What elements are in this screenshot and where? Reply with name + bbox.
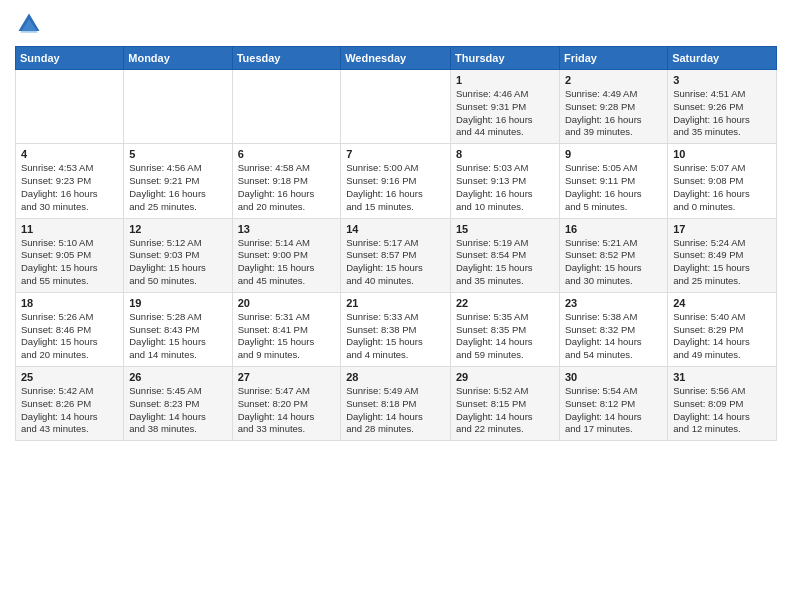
day-number: 25	[21, 371, 118, 383]
calendar-cell: 16Sunrise: 5:21 AM Sunset: 8:52 PM Dayli…	[559, 218, 667, 292]
day-number: 8	[456, 148, 554, 160]
calendar-cell: 17Sunrise: 5:24 AM Sunset: 8:49 PM Dayli…	[668, 218, 777, 292]
calendar-cell	[341, 70, 451, 144]
day-number: 3	[673, 74, 771, 86]
main-container: SundayMondayTuesdayWednesdayThursdayFrid…	[0, 0, 792, 446]
day-number: 5	[129, 148, 226, 160]
calendar-cell: 10Sunrise: 5:07 AM Sunset: 9:08 PM Dayli…	[668, 144, 777, 218]
calendar-day-header: Friday	[559, 47, 667, 70]
day-content: Sunrise: 5:45 AM Sunset: 8:23 PM Dayligh…	[129, 385, 226, 436]
calendar-cell: 13Sunrise: 5:14 AM Sunset: 9:00 PM Dayli…	[232, 218, 341, 292]
calendar-week-row: 18Sunrise: 5:26 AM Sunset: 8:46 PM Dayli…	[16, 292, 777, 366]
day-number: 19	[129, 297, 226, 309]
day-number: 24	[673, 297, 771, 309]
day-content: Sunrise: 5:03 AM Sunset: 9:13 PM Dayligh…	[456, 162, 554, 213]
calendar-cell: 12Sunrise: 5:12 AM Sunset: 9:03 PM Dayli…	[124, 218, 232, 292]
day-content: Sunrise: 5:35 AM Sunset: 8:35 PM Dayligh…	[456, 311, 554, 362]
day-content: Sunrise: 5:19 AM Sunset: 8:54 PM Dayligh…	[456, 237, 554, 288]
calendar-cell: 27Sunrise: 5:47 AM Sunset: 8:20 PM Dayli…	[232, 367, 341, 441]
calendar-cell: 29Sunrise: 5:52 AM Sunset: 8:15 PM Dayli…	[451, 367, 560, 441]
day-content: Sunrise: 5:56 AM Sunset: 8:09 PM Dayligh…	[673, 385, 771, 436]
day-number: 21	[346, 297, 445, 309]
calendar-cell: 3Sunrise: 4:51 AM Sunset: 9:26 PM Daylig…	[668, 70, 777, 144]
day-content: Sunrise: 5:52 AM Sunset: 8:15 PM Dayligh…	[456, 385, 554, 436]
calendar-cell: 11Sunrise: 5:10 AM Sunset: 9:05 PM Dayli…	[16, 218, 124, 292]
header	[15, 10, 777, 38]
calendar-cell: 21Sunrise: 5:33 AM Sunset: 8:38 PM Dayli…	[341, 292, 451, 366]
day-number: 27	[238, 371, 336, 383]
day-content: Sunrise: 4:58 AM Sunset: 9:18 PM Dayligh…	[238, 162, 336, 213]
day-number: 1	[456, 74, 554, 86]
calendar-cell: 5Sunrise: 4:56 AM Sunset: 9:21 PM Daylig…	[124, 144, 232, 218]
day-content: Sunrise: 4:49 AM Sunset: 9:28 PM Dayligh…	[565, 88, 662, 139]
day-number: 15	[456, 223, 554, 235]
day-number: 6	[238, 148, 336, 160]
calendar-cell: 31Sunrise: 5:56 AM Sunset: 8:09 PM Dayli…	[668, 367, 777, 441]
day-number: 13	[238, 223, 336, 235]
day-content: Sunrise: 5:28 AM Sunset: 8:43 PM Dayligh…	[129, 311, 226, 362]
calendar-cell	[232, 70, 341, 144]
day-content: Sunrise: 5:12 AM Sunset: 9:03 PM Dayligh…	[129, 237, 226, 288]
day-content: Sunrise: 5:31 AM Sunset: 8:41 PM Dayligh…	[238, 311, 336, 362]
day-content: Sunrise: 5:38 AM Sunset: 8:32 PM Dayligh…	[565, 311, 662, 362]
day-content: Sunrise: 5:26 AM Sunset: 8:46 PM Dayligh…	[21, 311, 118, 362]
calendar-week-row: 11Sunrise: 5:10 AM Sunset: 9:05 PM Dayli…	[16, 218, 777, 292]
day-number: 26	[129, 371, 226, 383]
calendar-cell: 9Sunrise: 5:05 AM Sunset: 9:11 PM Daylig…	[559, 144, 667, 218]
day-number: 4	[21, 148, 118, 160]
day-content: Sunrise: 5:49 AM Sunset: 8:18 PM Dayligh…	[346, 385, 445, 436]
day-content: Sunrise: 4:51 AM Sunset: 9:26 PM Dayligh…	[673, 88, 771, 139]
calendar-cell: 14Sunrise: 5:17 AM Sunset: 8:57 PM Dayli…	[341, 218, 451, 292]
calendar-header-row: SundayMondayTuesdayWednesdayThursdayFrid…	[16, 47, 777, 70]
day-content: Sunrise: 5:24 AM Sunset: 8:49 PM Dayligh…	[673, 237, 771, 288]
calendar-cell: 19Sunrise: 5:28 AM Sunset: 8:43 PM Dayli…	[124, 292, 232, 366]
calendar: SundayMondayTuesdayWednesdayThursdayFrid…	[15, 46, 777, 441]
calendar-cell: 26Sunrise: 5:45 AM Sunset: 8:23 PM Dayli…	[124, 367, 232, 441]
day-content: Sunrise: 5:10 AM Sunset: 9:05 PM Dayligh…	[21, 237, 118, 288]
day-content: Sunrise: 5:14 AM Sunset: 9:00 PM Dayligh…	[238, 237, 336, 288]
day-number: 31	[673, 371, 771, 383]
day-number: 14	[346, 223, 445, 235]
calendar-cell: 20Sunrise: 5:31 AM Sunset: 8:41 PM Dayli…	[232, 292, 341, 366]
calendar-day-header: Tuesday	[232, 47, 341, 70]
calendar-cell: 18Sunrise: 5:26 AM Sunset: 8:46 PM Dayli…	[16, 292, 124, 366]
calendar-day-header: Thursday	[451, 47, 560, 70]
logo	[15, 10, 47, 38]
calendar-cell: 6Sunrise: 4:58 AM Sunset: 9:18 PM Daylig…	[232, 144, 341, 218]
day-number: 20	[238, 297, 336, 309]
calendar-day-header: Wednesday	[341, 47, 451, 70]
day-content: Sunrise: 5:54 AM Sunset: 8:12 PM Dayligh…	[565, 385, 662, 436]
calendar-cell: 1Sunrise: 4:46 AM Sunset: 9:31 PM Daylig…	[451, 70, 560, 144]
calendar-cell: 2Sunrise: 4:49 AM Sunset: 9:28 PM Daylig…	[559, 70, 667, 144]
calendar-cell: 15Sunrise: 5:19 AM Sunset: 8:54 PM Dayli…	[451, 218, 560, 292]
day-number: 28	[346, 371, 445, 383]
day-number: 12	[129, 223, 226, 235]
calendar-cell: 28Sunrise: 5:49 AM Sunset: 8:18 PM Dayli…	[341, 367, 451, 441]
calendar-cell: 7Sunrise: 5:00 AM Sunset: 9:16 PM Daylig…	[341, 144, 451, 218]
calendar-cell: 23Sunrise: 5:38 AM Sunset: 8:32 PM Dayli…	[559, 292, 667, 366]
calendar-cell: 25Sunrise: 5:42 AM Sunset: 8:26 PM Dayli…	[16, 367, 124, 441]
day-content: Sunrise: 5:42 AM Sunset: 8:26 PM Dayligh…	[21, 385, 118, 436]
day-number: 17	[673, 223, 771, 235]
day-number: 11	[21, 223, 118, 235]
logo-icon	[15, 10, 43, 38]
day-content: Sunrise: 4:46 AM Sunset: 9:31 PM Dayligh…	[456, 88, 554, 139]
day-content: Sunrise: 4:53 AM Sunset: 9:23 PM Dayligh…	[21, 162, 118, 213]
day-number: 22	[456, 297, 554, 309]
day-content: Sunrise: 4:56 AM Sunset: 9:21 PM Dayligh…	[129, 162, 226, 213]
day-number: 9	[565, 148, 662, 160]
day-number: 30	[565, 371, 662, 383]
calendar-cell	[16, 70, 124, 144]
day-content: Sunrise: 5:21 AM Sunset: 8:52 PM Dayligh…	[565, 237, 662, 288]
calendar-cell	[124, 70, 232, 144]
day-content: Sunrise: 5:40 AM Sunset: 8:29 PM Dayligh…	[673, 311, 771, 362]
calendar-cell: 22Sunrise: 5:35 AM Sunset: 8:35 PM Dayli…	[451, 292, 560, 366]
day-content: Sunrise: 5:05 AM Sunset: 9:11 PM Dayligh…	[565, 162, 662, 213]
day-content: Sunrise: 5:33 AM Sunset: 8:38 PM Dayligh…	[346, 311, 445, 362]
calendar-week-row: 4Sunrise: 4:53 AM Sunset: 9:23 PM Daylig…	[16, 144, 777, 218]
calendar-day-header: Sunday	[16, 47, 124, 70]
day-number: 16	[565, 223, 662, 235]
calendar-week-row: 25Sunrise: 5:42 AM Sunset: 8:26 PM Dayli…	[16, 367, 777, 441]
day-content: Sunrise: 5:17 AM Sunset: 8:57 PM Dayligh…	[346, 237, 445, 288]
calendar-day-header: Saturday	[668, 47, 777, 70]
